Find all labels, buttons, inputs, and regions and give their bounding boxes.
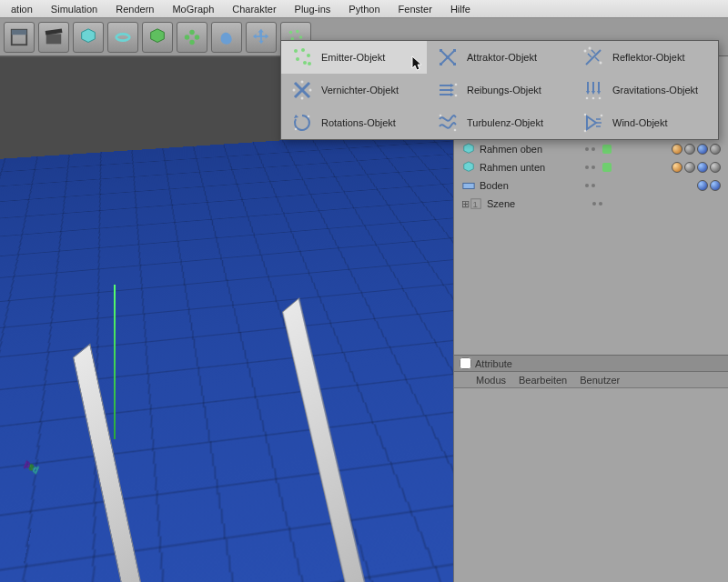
svg-point-24 bbox=[584, 50, 587, 53]
menu-item[interactable]: Plug-ins bbox=[288, 2, 339, 16]
svg-point-5 bbox=[185, 35, 190, 40]
svg-point-17 bbox=[294, 49, 298, 53]
emitter-icon bbox=[290, 45, 314, 69]
object-row[interactable]: Boden bbox=[454, 176, 728, 195]
svg-point-26 bbox=[600, 62, 602, 65]
axis-y bbox=[114, 285, 116, 439]
menu-bar: ation Simulation Rendern MoGraph Charakt… bbox=[0, 0, 728, 18]
svg-point-41 bbox=[584, 130, 587, 133]
menu-item[interactable]: Fenster bbox=[391, 2, 440, 16]
object-row[interactable]: Rahmen unten bbox=[454, 158, 728, 176]
svg-point-8 bbox=[189, 39, 195, 45]
flyout-item-destructor[interactable]: Vernichter-Objekt bbox=[281, 74, 427, 106]
tool-array-icon[interactable] bbox=[177, 22, 207, 53]
svg-point-29 bbox=[301, 81, 304, 84]
menu-item[interactable]: Python bbox=[341, 2, 387, 16]
svg-rect-2 bbox=[46, 34, 62, 44]
svg-point-6 bbox=[189, 29, 195, 35]
flyout-item-turbulence[interactable]: Turbulenz-Objekt bbox=[427, 106, 572, 139]
svg-point-25 bbox=[589, 47, 592, 50]
attr-tab[interactable]: Bearbeiten bbox=[519, 375, 567, 386]
flyout-label: Reibungs-Objekt bbox=[467, 85, 541, 95]
tool-arrows-icon[interactable] bbox=[246, 22, 277, 53]
floor-plane bbox=[0, 115, 453, 582]
wind-icon bbox=[581, 111, 605, 135]
svg-point-40 bbox=[584, 114, 587, 116]
menu-item[interactable]: Hilfe bbox=[443, 2, 478, 16]
flyout-label: Vernichter-Objekt bbox=[321, 85, 399, 95]
menu-item[interactable]: Charakter bbox=[225, 2, 283, 16]
tool-blob-icon[interactable] bbox=[211, 22, 242, 53]
object-label: Rahmen oben bbox=[480, 144, 580, 155]
svg-point-9 bbox=[289, 30, 293, 34]
flyout-item-gravity[interactable]: Gravitations-Objekt bbox=[572, 74, 718, 106]
svg-point-23 bbox=[446, 55, 450, 59]
expand-icon[interactable]: ⊞ bbox=[461, 198, 469, 210]
flyout-label: Rotations-Objekt bbox=[321, 117, 396, 128]
svg-point-30 bbox=[301, 97, 304, 100]
scene-icon: 1 bbox=[469, 196, 483, 211]
friction-icon bbox=[436, 78, 460, 102]
cube-icon bbox=[461, 160, 476, 175]
attr-tab[interactable]: Benutzer bbox=[580, 375, 620, 386]
svg-point-27 bbox=[293, 89, 296, 92]
menu-item[interactable]: Rendern bbox=[108, 2, 161, 16]
svg-point-4 bbox=[116, 34, 130, 40]
flyout-label: Attraktor-Objekt bbox=[467, 52, 537, 63]
tool-cube-icon[interactable] bbox=[73, 22, 104, 53]
svg-point-11 bbox=[299, 35, 303, 39]
object-label: Boden bbox=[480, 180, 580, 191]
attribute-header: Attribute bbox=[454, 356, 728, 372]
destructor-icon bbox=[290, 78, 314, 102]
menu-item[interactable]: ation bbox=[4, 2, 40, 16]
flyout-label: Turbulenz-Objekt bbox=[467, 117, 543, 128]
object-row[interactable]: ⊞ 1 Szene bbox=[454, 195, 728, 213]
svg-point-19 bbox=[307, 54, 310, 57]
svg-point-36 bbox=[308, 115, 310, 118]
svg-point-34 bbox=[592, 97, 595, 100]
flyout-item-rotation[interactable]: Rotations-Objekt bbox=[281, 106, 427, 139]
attribute-tabs: Modus Bearbeiten Benutzer bbox=[454, 372, 728, 388]
flyout-item-friction[interactable]: Reibungs-Objekt bbox=[427, 74, 572, 106]
svg-point-35 bbox=[599, 97, 602, 100]
object-label: Rahmen unten bbox=[480, 162, 580, 173]
attr-tab[interactable]: Modus bbox=[476, 375, 506, 386]
menu-item[interactable]: MoGraph bbox=[165, 2, 221, 16]
svg-point-33 bbox=[586, 97, 589, 100]
svg-rect-1 bbox=[12, 29, 27, 35]
object-label: Szene bbox=[487, 198, 587, 209]
svg-point-39 bbox=[454, 129, 457, 132]
tool-button[interactable] bbox=[4, 22, 35, 53]
svg-point-7 bbox=[195, 35, 200, 40]
svg-point-37 bbox=[295, 128, 298, 131]
svg-point-22 bbox=[308, 62, 311, 65]
svg-point-10 bbox=[296, 29, 299, 33]
svg-rect-14 bbox=[463, 183, 474, 188]
menu-item[interactable]: Simulation bbox=[44, 2, 105, 16]
tool-clapper-icon[interactable] bbox=[38, 22, 69, 53]
svg-text:1: 1 bbox=[473, 199, 478, 209]
svg-point-21 bbox=[303, 61, 307, 65]
mouse-cursor bbox=[411, 55, 424, 74]
flyout-item-attractor[interactable]: Attraktor-Objekt bbox=[427, 41, 572, 74]
reflector-icon bbox=[581, 45, 605, 69]
enable-toggle[interactable] bbox=[602, 163, 612, 172]
turbulence-icon bbox=[436, 111, 460, 135]
svg-point-31 bbox=[455, 84, 458, 86]
flyout-label: Emitter-Objekt bbox=[321, 52, 385, 63]
enable-toggle[interactable] bbox=[602, 145, 612, 154]
flyout-item-reflector[interactable]: Reflektor-Objekt bbox=[572, 41, 718, 74]
svg-point-32 bbox=[455, 95, 458, 97]
gravity-icon bbox=[581, 78, 605, 102]
flyout-item-wind[interactable]: Wind-Objekt bbox=[572, 106, 718, 139]
object-row[interactable]: Rahmen oben bbox=[454, 140, 728, 158]
tool-taurus-icon[interactable] bbox=[107, 22, 138, 53]
tool-greencube-icon[interactable] bbox=[142, 22, 173, 53]
svg-point-42 bbox=[601, 115, 603, 117]
attractor-icon bbox=[436, 45, 460, 69]
svg-point-38 bbox=[440, 115, 442, 117]
attr-checkbox[interactable] bbox=[460, 357, 471, 369]
rotation-icon bbox=[290, 111, 314, 135]
flyout-item-emitter[interactable]: Emitter-Objekt bbox=[281, 41, 427, 74]
floor-icon bbox=[461, 178, 476, 193]
